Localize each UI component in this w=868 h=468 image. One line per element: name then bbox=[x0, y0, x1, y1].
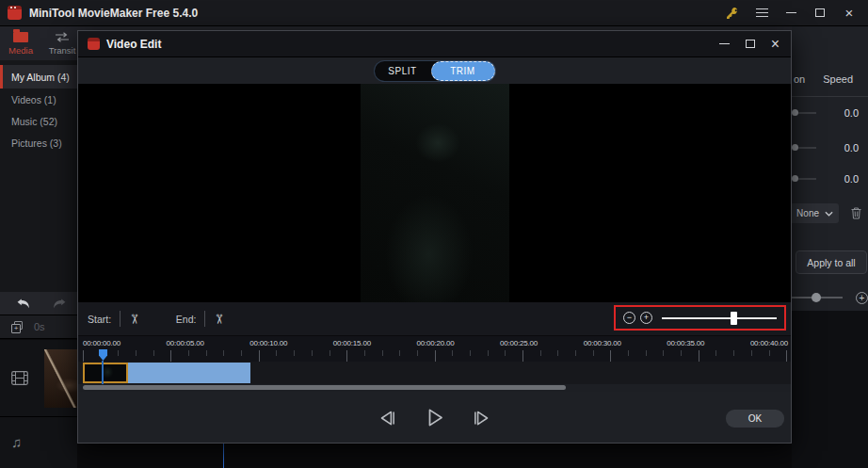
tab-motion[interactable]: on bbox=[794, 73, 805, 85]
mode-toggle-bar: SPLIT TRIM bbox=[78, 57, 791, 84]
zoom-slider[interactable] bbox=[662, 317, 777, 319]
media-sidebar: My Album (4) Videos (1) Music (52) Pictu… bbox=[0, 60, 77, 292]
menu-icon[interactable] bbox=[754, 6, 769, 21]
maximize-button[interactable] bbox=[812, 6, 828, 21]
sidebar-item-videos[interactable]: Videos (1) bbox=[0, 89, 77, 110]
trim-controls-bar: Start: ✂ End: ✂ − + bbox=[78, 302, 791, 335]
slider-value: 0.0 bbox=[844, 107, 868, 119]
clip-track bbox=[78, 362, 791, 384]
dropdown-value: None bbox=[796, 208, 819, 218]
audio-track-header[interactable]: ♫ bbox=[0, 417, 77, 467]
sidebar-item-music[interactable]: Music (52) bbox=[0, 110, 77, 132]
toolbar-tab-media[interactable]: Media bbox=[0, 26, 41, 60]
ruler-tick-label: 00:00:00.00 bbox=[83, 339, 121, 347]
history-controls bbox=[0, 292, 77, 315]
zoom-out-button[interactable]: − bbox=[623, 312, 635, 324]
trim-tab[interactable]: TRIM bbox=[431, 61, 495, 81]
titlebar: MiniTool MovieMaker Free 5.4.0 × bbox=[0, 0, 868, 26]
chevron-down-icon bbox=[825, 211, 833, 217]
ruler-tick-label: 00:00:35.00 bbox=[667, 339, 704, 347]
ruler-tick-label: 00:00:40.00 bbox=[750, 339, 788, 347]
divider bbox=[204, 311, 205, 327]
ruler-tick-label: 00:00:25.00 bbox=[500, 339, 538, 347]
transition-arrows-icon bbox=[55, 32, 70, 42]
sidebar-item-my-album[interactable]: My Album (4) bbox=[0, 65, 77, 89]
play-button[interactable] bbox=[423, 406, 446, 429]
effect-dropdown[interactable]: None bbox=[784, 203, 839, 223]
scrollbar-thumb[interactable] bbox=[83, 385, 566, 390]
zoom-slider-thumb[interactable] bbox=[731, 312, 737, 325]
ruler-tick-label: 00:00:20.00 bbox=[416, 339, 454, 347]
ruler-tick-label: 00:00:10.00 bbox=[249, 339, 287, 347]
add-clip-icon[interactable]: + bbox=[11, 321, 24, 333]
media-folder-icon bbox=[13, 32, 28, 42]
properties-panel: on Speed 0.0 0.0 0.0 None bbox=[792, 26, 868, 311]
video-edit-dialog: Video Edit × SPLIT TRIM Start: ✂ End bbox=[77, 30, 792, 444]
ruler-tick-label: 00:00:15.00 bbox=[333, 339, 371, 347]
main-timeline-playhead[interactable] bbox=[223, 444, 224, 468]
clip-thumbnail[interactable] bbox=[83, 363, 128, 383]
timeline-duration-label: 0s bbox=[34, 321, 45, 332]
undo-icon[interactable] bbox=[15, 298, 31, 310]
app-window: MiniTool MovieMaker Free 5.4.0 × Media T… bbox=[0, 0, 868, 468]
timeline-clip-thumbnail[interactable] bbox=[44, 349, 80, 408]
ruler-tick-label: 00:00:05.00 bbox=[167, 339, 204, 347]
divider bbox=[120, 311, 121, 327]
contrast-slider[interactable] bbox=[792, 112, 816, 114]
delete-effect-button[interactable] bbox=[851, 206, 861, 223]
zoom-in-button[interactable]: + bbox=[640, 312, 652, 324]
timeline-zoom-highlight: − + bbox=[614, 305, 786, 331]
step-forward-button[interactable] bbox=[472, 408, 492, 428]
trim-start-control: Start: ✂ bbox=[88, 311, 140, 327]
music-note-icon: ♫ bbox=[11, 434, 22, 450]
video-frame bbox=[361, 84, 509, 302]
timeline-header-row: + 0s bbox=[0, 315, 77, 339]
trim-end-control: End: ✂ bbox=[176, 311, 225, 327]
ruler-tick-label: 00:00:30.00 bbox=[584, 339, 621, 347]
tab-speed[interactable]: Speed bbox=[823, 73, 853, 85]
end-label: End: bbox=[176, 314, 197, 325]
clip-body[interactable] bbox=[128, 363, 250, 383]
apply-to-all-button[interactable]: Apply to all bbox=[796, 250, 867, 274]
ok-button[interactable]: OK bbox=[726, 410, 784, 428]
zoom-in-icon[interactable]: + bbox=[856, 292, 868, 304]
dialog-app-icon bbox=[88, 38, 100, 50]
close-button[interactable]: × bbox=[842, 6, 857, 21]
app-logo-icon bbox=[8, 6, 22, 20]
timeline-scrollbar[interactable] bbox=[78, 384, 791, 392]
slider-value: 0.0 bbox=[844, 142, 868, 153]
split-tab[interactable]: SPLIT bbox=[375, 66, 431, 76]
set-end-scissors-icon[interactable]: ✂ bbox=[212, 314, 227, 325]
redo-icon[interactable] bbox=[52, 298, 68, 310]
brightness-slider[interactable] bbox=[792, 178, 816, 180]
main-zoom-slider[interactable] bbox=[784, 297, 843, 299]
step-back-button[interactable] bbox=[377, 408, 397, 428]
dialog-maximize-button[interactable] bbox=[746, 40, 755, 48]
minimize-button[interactable] bbox=[783, 6, 798, 21]
timeline-right-area bbox=[792, 311, 868, 468]
start-label: Start: bbox=[88, 314, 111, 325]
playhead-line bbox=[102, 361, 104, 384]
panel-divider bbox=[792, 96, 868, 97]
dialog-title: Video Edit bbox=[106, 38, 161, 51]
dialog-timeline: 00:00:00.00 00:00:05.00 00:00:10.00 00:0… bbox=[78, 335, 791, 392]
set-start-scissors-icon[interactable]: ✂ bbox=[127, 314, 142, 325]
window-title: MiniTool MovieMaker Free 5.4.0 bbox=[29, 7, 198, 20]
main-zoom-control: + bbox=[784, 291, 868, 304]
ruler-ticks bbox=[83, 350, 787, 362]
saturation-slider[interactable] bbox=[792, 147, 816, 149]
dialog-minimize-button[interactable] bbox=[719, 43, 730, 45]
dialog-header: Video Edit × bbox=[78, 31, 791, 57]
split-trim-toggle: SPLIT TRIM bbox=[375, 61, 495, 81]
sidebar-item-pictures[interactable]: Pictures (3) bbox=[0, 132, 77, 153]
dialog-close-button[interactable]: × bbox=[771, 38, 780, 51]
license-key-icon[interactable] bbox=[725, 6, 740, 21]
time-ruler[interactable]: 00:00:00.00 00:00:05.00 00:00:10.00 00:0… bbox=[78, 335, 791, 362]
video-clip[interactable] bbox=[83, 363, 250, 383]
dialog-footer: OK bbox=[78, 392, 791, 443]
video-preview bbox=[78, 84, 791, 302]
slider-value: 0.0 bbox=[844, 173, 868, 185]
film-strip-icon bbox=[11, 371, 28, 385]
